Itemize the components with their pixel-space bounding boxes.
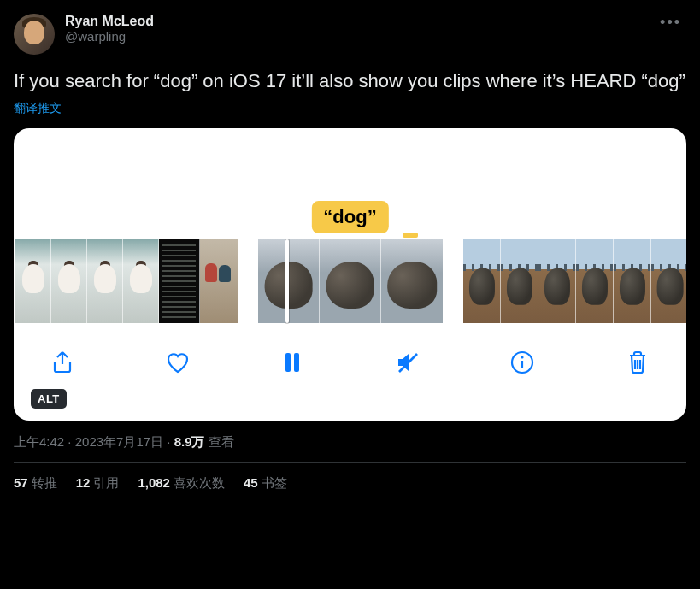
heart-icon[interactable] (163, 348, 192, 377)
likes-stat[interactable]: 1,082喜欢次数 (138, 475, 225, 492)
views-count: 8.9万 (174, 434, 205, 449)
caption-chip: “dog” (311, 201, 388, 233)
timeline-frame (381, 239, 443, 323)
timeline-frame (614, 239, 651, 323)
trash-icon[interactable] (623, 348, 652, 377)
quotes-stat[interactable]: 12引用 (76, 475, 120, 492)
bookmarks-stat[interactable]: 45书签 (244, 475, 287, 492)
tweet-text: If you search for “dog” on iOS 17 it’ll … (14, 68, 686, 94)
timeline-frame (463, 239, 501, 323)
svg-rect-1 (294, 353, 299, 372)
timeline-frame (51, 239, 87, 323)
views-label: 查看 (205, 434, 234, 449)
stats-row: 57转推 12引用 1,082喜欢次数 45书签 (14, 475, 686, 492)
timeline-frame (15, 239, 51, 323)
playhead[interactable] (285, 239, 289, 323)
timeline-frame (320, 239, 381, 323)
timeline-frame (87, 239, 123, 323)
author-block[interactable]: Ryan McLeod @warpling (65, 14, 655, 44)
meta-line: 上午4:42 · 2023年7月17日 · 8.9万 查看 (14, 434, 686, 463)
svg-point-4 (521, 356, 524, 358)
timeline-frame (159, 239, 200, 323)
svg-rect-0 (285, 353, 291, 372)
media-toolbar (14, 337, 686, 388)
tweet-header: Ryan McLeod @warpling ••• (14, 14, 686, 55)
timeline-frame (123, 239, 159, 323)
video-timeline[interactable] (14, 239, 686, 323)
avatar[interactable] (14, 14, 55, 55)
tweet-time[interactable]: 上午4:42 (14, 434, 64, 449)
timeline-frame (501, 239, 538, 323)
timeline-frame (576, 239, 614, 323)
caption-marker (403, 233, 418, 238)
tweet-container: Ryan McLeod @warpling ••• If you search … (0, 0, 700, 505)
mute-icon[interactable] (393, 348, 422, 377)
tweet-date[interactable]: 2023年7月17日 (75, 434, 163, 449)
retweets-stat[interactable]: 57转推 (14, 475, 57, 492)
translate-link[interactable]: 翻译推文 (14, 101, 686, 116)
share-icon[interactable] (48, 348, 77, 377)
timeline-frame (200, 239, 238, 323)
more-options-icon[interactable]: ••• (655, 14, 686, 32)
pause-icon[interactable] (278, 348, 307, 377)
media-card[interactable]: “dog” (14, 128, 686, 421)
clip-group-3 (463, 239, 686, 323)
clip-group-1 (15, 239, 238, 323)
author-handle: @warpling (65, 29, 655, 44)
timeline-frame (538, 239, 576, 323)
info-icon[interactable] (508, 348, 537, 377)
timeline-frame (651, 239, 686, 323)
author-display-name: Ryan McLeod (65, 14, 655, 29)
timeline-frame (258, 239, 320, 323)
alt-badge[interactable]: ALT (31, 389, 67, 409)
